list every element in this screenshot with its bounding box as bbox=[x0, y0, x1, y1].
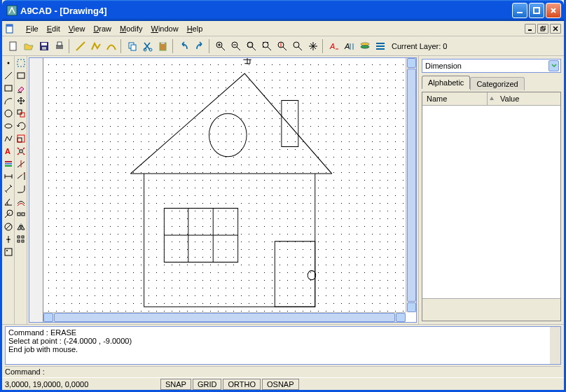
close-button[interactable] bbox=[546, 3, 561, 18]
draw-curve-icon[interactable] bbox=[104, 39, 118, 53]
snap-toggle[interactable]: SNAP bbox=[160, 379, 191, 390]
menu-view[interactable]: View bbox=[64, 23, 90, 34]
svg-point-29 bbox=[361, 43, 369, 46]
svg-point-43 bbox=[6, 250, 8, 251]
menu-window[interactable]: Window bbox=[146, 23, 182, 34]
title-bar: A9CAD - [Drawing4] bbox=[2, 0, 564, 21]
section-dropdown[interactable]: Dimension bbox=[422, 59, 561, 73]
paste-icon[interactable] bbox=[156, 39, 170, 53]
menu-draw[interactable]: Draw bbox=[89, 23, 116, 34]
maximize-button[interactable] bbox=[529, 3, 544, 18]
menu-modify[interactable]: Modify bbox=[116, 23, 146, 34]
circle-tool-icon[interactable] bbox=[3, 108, 14, 119]
draw-poly-icon[interactable] bbox=[89, 39, 103, 53]
sort-icon[interactable] bbox=[488, 92, 496, 105]
hatch-tool-icon[interactable] bbox=[3, 158, 14, 169]
save-icon[interactable] bbox=[37, 39, 51, 53]
svg-rect-32 bbox=[376, 46, 385, 47]
svg-rect-11 bbox=[42, 47, 46, 50]
polyline-tool-icon[interactable] bbox=[3, 133, 14, 144]
menu-help[interactable]: Help bbox=[183, 23, 207, 34]
svg-rect-5 bbox=[528, 29, 532, 31]
column-name-header[interactable]: Name bbox=[422, 92, 488, 105]
text-style-icon[interactable]: A bbox=[327, 39, 341, 53]
ellipse-tool-icon[interactable] bbox=[3, 120, 14, 132]
zoom-in-icon[interactable] bbox=[214, 39, 228, 53]
grid-toggle[interactable]: GRID bbox=[193, 379, 222, 390]
array-tool-icon[interactable] bbox=[15, 234, 27, 245]
zoom-realtime-icon[interactable] bbox=[275, 39, 289, 53]
menu-edit[interactable]: Edit bbox=[43, 23, 64, 34]
dim-diameter-icon[interactable] bbox=[3, 221, 14, 232]
print-icon[interactable] bbox=[53, 39, 67, 53]
minimize-button[interactable] bbox=[512, 3, 527, 18]
mirror-tool-icon[interactable] bbox=[15, 221, 27, 232]
mdi-restore-button[interactable] bbox=[537, 24, 548, 34]
svg-rect-55 bbox=[18, 240, 20, 242]
svg-point-30 bbox=[361, 46, 369, 48]
dim-ordinate-icon[interactable] bbox=[3, 234, 14, 245]
svg-rect-33 bbox=[376, 48, 385, 50]
erase-tool-icon[interactable] bbox=[15, 83, 27, 94]
command-history[interactable]: Command : ERASE Select at point : (-24.0… bbox=[5, 326, 561, 365]
offset-tool-icon[interactable] bbox=[15, 196, 27, 207]
point-tool-icon[interactable] bbox=[3, 57, 14, 69]
mdi-minimize-button[interactable] bbox=[525, 24, 536, 34]
dim-angular-icon[interactable] bbox=[3, 196, 14, 207]
menu-file[interactable]: File bbox=[22, 23, 43, 34]
dim-linear-icon[interactable] bbox=[3, 171, 14, 182]
mdi-close-button[interactable] bbox=[550, 24, 561, 34]
svg-rect-31 bbox=[376, 43, 385, 44]
redo-icon[interactable] bbox=[193, 39, 207, 53]
extend-tool-icon[interactable] bbox=[15, 171, 27, 182]
scale-tool-icon[interactable] bbox=[15, 133, 27, 144]
new-icon[interactable] bbox=[6, 39, 20, 53]
fillet-tool-icon[interactable] bbox=[15, 183, 27, 195]
zoom-out-icon[interactable] bbox=[229, 39, 243, 53]
break-tool-icon[interactable] bbox=[15, 209, 27, 220]
layers-icon[interactable] bbox=[358, 39, 372, 53]
copy-icon[interactable] bbox=[125, 39, 139, 53]
properties-icon[interactable] bbox=[373, 39, 387, 53]
image-tool-icon[interactable] bbox=[3, 246, 14, 258]
draw-line-icon[interactable] bbox=[74, 39, 88, 53]
trim-tool-icon[interactable] bbox=[15, 158, 27, 169]
command-scrollbar[interactable] bbox=[550, 327, 560, 364]
undo-icon[interactable] bbox=[177, 39, 191, 53]
svg-rect-13 bbox=[57, 42, 62, 46]
move-tool-icon[interactable] bbox=[15, 95, 27, 106]
line-tool-icon[interactable] bbox=[3, 70, 14, 81]
cut-icon[interactable] bbox=[141, 39, 155, 53]
tab-categorized[interactable]: Categorized bbox=[470, 77, 524, 90]
explode-tool-icon[interactable] bbox=[15, 146, 27, 157]
property-grid[interactable]: Name Value bbox=[422, 92, 561, 321]
select-tool-icon[interactable] bbox=[15, 57, 27, 69]
document-icon bbox=[5, 23, 16, 34]
canvas-scrollbar-horizontal[interactable] bbox=[43, 312, 406, 322]
dim-aligned-icon[interactable] bbox=[3, 183, 14, 195]
pan-icon[interactable] bbox=[306, 39, 320, 53]
text-tool-icon[interactable]: A bbox=[3, 146, 14, 157]
modify-tool-column bbox=[15, 56, 27, 324]
status-coords: 3,0000, 19,0000, 0,0000 bbox=[5, 380, 159, 388]
dim-style-icon[interactable]: A bbox=[343, 39, 357, 53]
rotate-tool-icon[interactable] bbox=[15, 120, 27, 132]
zoom-window-icon[interactable] bbox=[244, 39, 258, 53]
dim-radius-icon[interactable] bbox=[3, 209, 14, 220]
ortho-toggle[interactable]: ORTHO bbox=[223, 379, 261, 390]
osnap-toggle[interactable]: OSNAP bbox=[262, 379, 299, 390]
arc-tool-icon[interactable] bbox=[3, 95, 14, 106]
zoom-extents-icon[interactable] bbox=[260, 39, 274, 53]
command-prompt: Command : bbox=[5, 368, 45, 376]
column-value-header[interactable]: Value bbox=[496, 92, 560, 105]
box-select-icon[interactable] bbox=[15, 70, 27, 81]
open-icon[interactable] bbox=[22, 39, 36, 53]
zoom-prev-icon[interactable] bbox=[291, 39, 305, 53]
copy-tool-icon[interactable] bbox=[15, 108, 27, 119]
menu-bar: File Edit View Draw Modify Window Help bbox=[2, 21, 564, 36]
rect-tool-icon[interactable] bbox=[3, 83, 14, 94]
svg-rect-49 bbox=[18, 135, 25, 142]
drawing-canvas[interactable] bbox=[29, 57, 417, 323]
canvas-scrollbar-vertical[interactable] bbox=[406, 58, 416, 312]
tab-alphabetic[interactable]: Alphabetic bbox=[422, 76, 470, 89]
